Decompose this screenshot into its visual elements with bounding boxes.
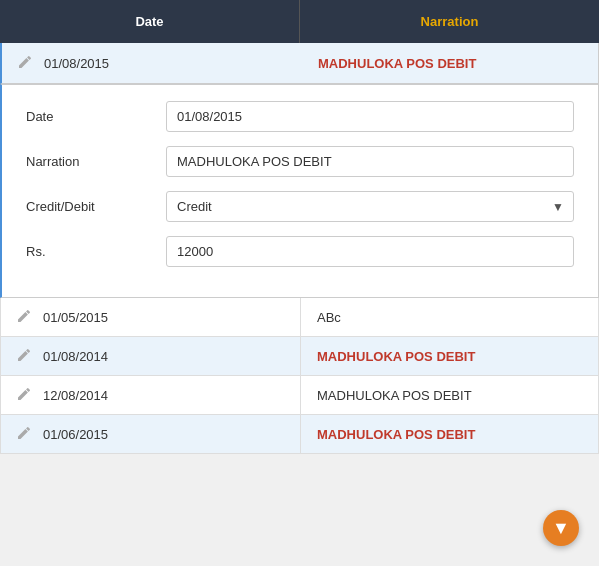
- selected-row-narration-cell: MADHULOKA POS DEBIT: [302, 44, 598, 83]
- detail-credit-debit-row: Credit/Debit Credit Debit ▼: [26, 191, 574, 222]
- row-date: 01/05/2015: [43, 310, 108, 325]
- detail-panel: Date Narration Credit/Debit Cred: [0, 84, 599, 298]
- narration-input[interactable]: [166, 146, 574, 177]
- header-narration: Narration: [300, 0, 599, 43]
- row-narration: ABc: [301, 299, 598, 336]
- date-input[interactable]: [166, 101, 574, 132]
- rows-container: 01/05/2015 ABc 01/08/2014 MADHULOKA POS …: [0, 298, 599, 454]
- detail-rs-row: Rs.: [26, 236, 574, 267]
- row-narration: MADHULOKA POS DEBIT: [301, 377, 598, 414]
- table-row[interactable]: 01/08/2014 MADHULOKA POS DEBIT: [0, 337, 599, 376]
- detail-date-value: [166, 101, 574, 132]
- table-header: Date Narration: [0, 0, 599, 43]
- table-row[interactable]: 01/06/2015 MADHULOKA POS DEBIT: [0, 415, 599, 454]
- row-date-cell: 01/05/2015: [1, 298, 301, 336]
- row-date-cell: 12/08/2014: [1, 376, 301, 414]
- credit-debit-select-wrapper: Credit Debit ▼: [166, 191, 574, 222]
- detail-narration-value: [166, 146, 574, 177]
- selected-row-date-cell: 01/08/2015: [2, 43, 302, 83]
- detail-date-row: Date: [26, 101, 574, 132]
- row-date-cell: 01/06/2015: [1, 415, 301, 453]
- header-date: Date: [0, 0, 300, 43]
- detail-rs-value: [166, 236, 574, 267]
- edit-icon[interactable]: [17, 348, 33, 364]
- row-narration: MADHULOKA POS DEBIT: [301, 416, 598, 453]
- edit-icon[interactable]: [17, 426, 33, 442]
- row-date: 12/08/2014: [43, 388, 108, 403]
- edit-icon[interactable]: [17, 387, 33, 403]
- row-date: 01/08/2014: [43, 349, 108, 364]
- main-container: Date Narration 01/08/2015 MADHULOKA POS …: [0, 0, 599, 454]
- detail-narration-row: Narration: [26, 146, 574, 177]
- edit-icon[interactable]: [17, 309, 33, 325]
- detail-credit-debit-value: Credit Debit ▼: [166, 191, 574, 222]
- table-row[interactable]: 12/08/2014 MADHULOKA POS DEBIT: [0, 376, 599, 415]
- credit-debit-select[interactable]: Credit Debit: [166, 191, 574, 222]
- selected-row[interactable]: 01/08/2015 MADHULOKA POS DEBIT: [0, 43, 599, 84]
- row-narration: MADHULOKA POS DEBIT: [301, 338, 598, 375]
- detail-rs-label: Rs.: [26, 244, 166, 259]
- row-date: 01/06/2015: [43, 427, 108, 442]
- detail-credit-debit-label: Credit/Debit: [26, 199, 166, 214]
- row-date-cell: 01/08/2014: [1, 337, 301, 375]
- table-row[interactable]: 01/05/2015 ABc: [0, 298, 599, 337]
- detail-narration-label: Narration: [26, 154, 166, 169]
- detail-date-label: Date: [26, 109, 166, 124]
- rs-input[interactable]: [166, 236, 574, 267]
- edit-icon[interactable]: [18, 55, 34, 71]
